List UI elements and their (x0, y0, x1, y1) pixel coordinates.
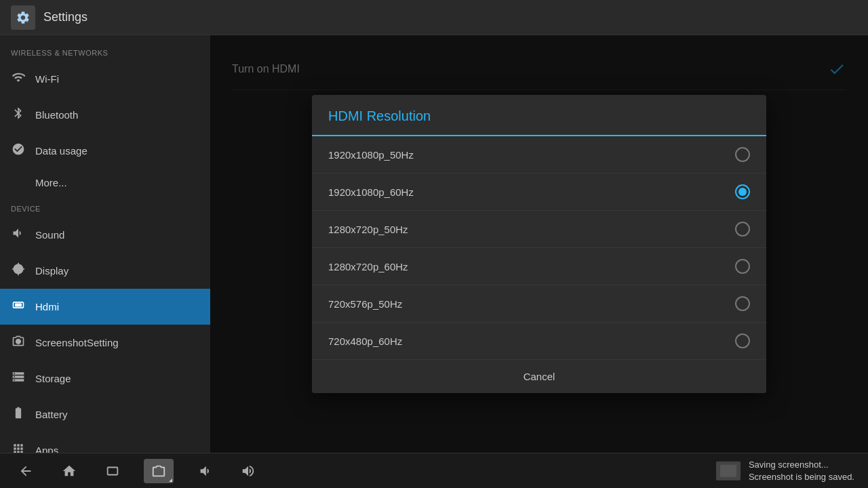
cancel-button[interactable]: Cancel (312, 360, 766, 393)
radio-1280x720p60 (735, 259, 750, 274)
sidebar-item-screenshotsetting[interactable]: ScreenshotSetting (0, 325, 210, 361)
titlebar: Settings (0, 0, 868, 35)
resolution-label-720x576p50: 720x576p_50Hz (328, 298, 402, 310)
display-icon (11, 262, 26, 279)
resolution-option-720x576p50[interactable]: 720x576p_50Hz (312, 285, 766, 323)
sidebar-item-bluetooth[interactable]: Bluetooth (0, 97, 210, 133)
bottombar: Saving screenshot... Screenshot is being… (0, 453, 868, 488)
svg-rect-4 (720, 465, 736, 477)
radio-1280x720p50 (735, 222, 750, 237)
svg-rect-2 (108, 467, 118, 474)
sidebar-item-storage[interactable]: Storage (0, 361, 210, 396)
sidebar-item-hdmi[interactable]: Hdmi (0, 289, 210, 325)
page-title: Settings (43, 10, 87, 24)
bluetooth-icon (11, 106, 26, 123)
sidebar-label-more: More... (35, 177, 67, 188)
sidebar-label-display: Display (35, 265, 68, 277)
svg-rect-1 (15, 304, 22, 307)
home-button[interactable] (57, 459, 81, 483)
section-device: DEVICE (0, 197, 210, 217)
screenshot-button[interactable] (144, 459, 174, 483)
storage-icon (11, 370, 26, 387)
resolution-option-1280x720p60[interactable]: 1280x720p_60Hz (312, 248, 766, 285)
resolution-option-720x480p60[interactable]: 720x480p_60Hz (312, 323, 766, 360)
hdmi-icon (11, 298, 26, 315)
apps-icon (11, 442, 26, 453)
screenshot-saving-notification: Saving screenshot... Screenshot is being… (716, 458, 854, 483)
sidebar-label-sound: Sound (35, 229, 64, 241)
radio-1920x1080p60 (735, 184, 750, 199)
sidebar-label-screenshotsetting: ScreenshotSetting (35, 337, 119, 348)
volume-down-button[interactable] (193, 459, 217, 483)
dialog-title: HDMI Resolution (328, 108, 431, 123)
sidebar-label-bluetooth: Bluetooth (35, 109, 78, 121)
resolution-label-1280x720p50: 1280x720p_50Hz (328, 224, 408, 235)
dialog-header: HDMI Resolution (312, 95, 766, 136)
dialog-overlay: HDMI Resolution 1920x1080p_50Hz 1920x108… (210, 35, 868, 453)
battery-icon (11, 406, 26, 423)
sidebar-label-battery: Battery (35, 409, 68, 420)
screenshot-thumbnail (716, 462, 741, 481)
radio-720x576p50 (735, 296, 750, 311)
sidebar-item-battery[interactable]: Battery (0, 396, 210, 432)
sidebar-item-more[interactable]: More... (0, 169, 210, 197)
sidebar-item-apps[interactable]: Apps (0, 432, 210, 453)
back-button[interactable] (14, 459, 38, 483)
cancel-label: Cancel (524, 371, 555, 382)
screenshot-icon (11, 334, 26, 351)
section-wireless: WIRELESS & NETWORKS (0, 41, 210, 61)
resolution-option-1920x1080p60[interactable]: 1920x1080p_60Hz (312, 174, 766, 211)
hdmi-resolution-dialog: HDMI Resolution 1920x1080p_50Hz 1920x108… (312, 95, 766, 393)
sidebar-label-wifi: Wi-Fi (35, 73, 59, 85)
resolution-option-1280x720p50[interactable]: 1280x720p_50Hz (312, 211, 766, 248)
sidebar-item-wifi[interactable]: Wi-Fi (0, 61, 210, 97)
screenshot-saving-subtitle: Screenshot is being saved. (749, 471, 854, 483)
radio-720x480p60 (735, 333, 750, 348)
radio-1920x1080p50 (735, 147, 750, 162)
screenshot-saving-text: Saving screenshot... Screenshot is being… (749, 458, 854, 483)
content-area: Turn on HDMI HDMI Resolution 1920x1080p_… (210, 35, 868, 453)
sidebar-item-datausage[interactable]: Data usage (0, 133, 210, 169)
sidebar-item-sound[interactable]: Sound (0, 217, 210, 253)
recents-button[interactable] (100, 459, 125, 483)
screenshot-saving-title: Saving screenshot... (749, 458, 854, 470)
sidebar-label-hdmi: Hdmi (35, 301, 59, 312)
sidebar-label-datausage: Data usage (35, 145, 87, 157)
volume-up-button[interactable] (236, 459, 260, 483)
sidebar-label-apps: Apps (35, 445, 58, 453)
settings-icon (11, 5, 35, 30)
resolution-label-1920x1080p60: 1920x1080p_60Hz (328, 186, 414, 198)
sidebar: WIRELESS & NETWORKS Wi-Fi Bluetooth (0, 35, 210, 453)
resolution-label-1280x720p60: 1280x720p_60Hz (328, 261, 408, 272)
resolution-label-1920x1080p50: 1920x1080p_50Hz (328, 149, 414, 161)
nav-buttons (14, 459, 260, 483)
sound-icon (11, 226, 26, 243)
radio-inner-1920x1080p60 (738, 188, 747, 196)
wifi-icon (11, 70, 26, 87)
datausage-icon (11, 142, 26, 159)
resolution-option-1920x1080p50[interactable]: 1920x1080p_50Hz (312, 136, 766, 174)
sidebar-item-display[interactable]: Display (0, 253, 210, 289)
sidebar-label-storage: Storage (35, 373, 71, 384)
resolution-label-720x480p60: 720x480p_60Hz (328, 336, 402, 347)
